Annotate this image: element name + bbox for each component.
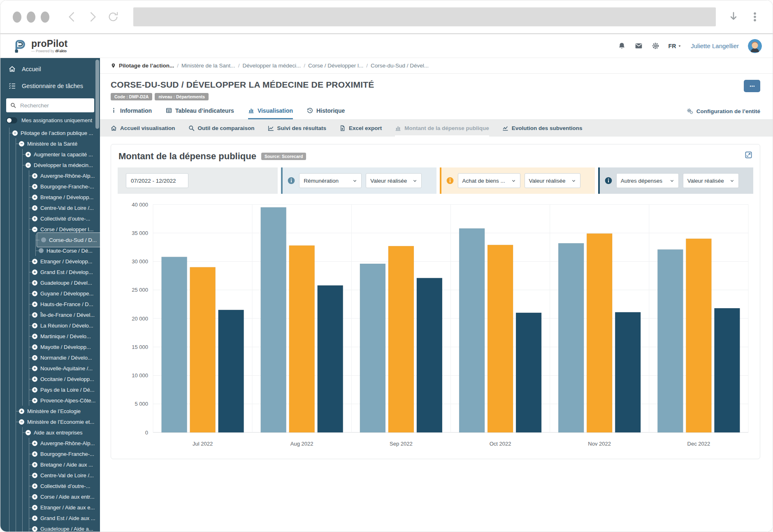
tree-item[interactable]: +Provence-Alpes-Côte... — [30, 397, 99, 404]
expand-icon[interactable]: + — [32, 344, 37, 350]
envelope-icon[interactable] — [635, 42, 643, 50]
tree-row[interactable]: +Provence-Alpes-Côte... — [0, 395, 100, 406]
value-type-select[interactable]: Valeur réalisée — [366, 173, 422, 188]
collapse-icon[interactable]: − — [26, 430, 31, 435]
tree-item[interactable]: +Etranger / Aide aux e... — [30, 504, 98, 511]
breadcrumb-item[interactable]: Ministère de la Sant... — [181, 63, 235, 69]
tree-item[interactable]: +Pays de la Loire / Dé... — [30, 386, 98, 394]
tree-item[interactable]: −Ministère de l’Economie et... — [17, 418, 98, 426]
tree-item[interactable]: Haute-Corse / Dé... — [37, 247, 96, 255]
leaf-dot-icon[interactable] — [41, 237, 46, 242]
tab-visualisation[interactable]: Visualisation — [248, 103, 293, 119]
tree-row[interactable]: +Centre-Val de Loire /... — [0, 202, 100, 213]
expand-icon[interactable]: + — [26, 152, 31, 157]
tree-item[interactable]: +Collectivité d’outre-... — [30, 215, 94, 223]
expand-icon[interactable]: + — [32, 398, 37, 403]
value-type-select[interactable]: Valeur réalisée — [525, 173, 580, 188]
collapse-icon[interactable]: − — [32, 227, 37, 232]
tree-item[interactable]: +Grand Est / Dévelop... — [30, 268, 97, 276]
tree-row[interactable]: −Ministère de la Santé — [0, 138, 100, 149]
tree-item[interactable]: +Bourgogne-Franche-... — [30, 183, 98, 190]
address-bar[interactable] — [133, 7, 716, 26]
expand-icon[interactable]: + — [32, 494, 37, 499]
expand-icon[interactable]: + — [32, 366, 37, 371]
expand-icon[interactable]: + — [32, 184, 37, 189]
series-select[interactable]: Rémunération — [299, 173, 362, 188]
tab-tableau-d-indicateurs[interactable]: Tableau d’indicateurs — [166, 103, 234, 119]
expand-icon[interactable]: + — [32, 216, 37, 221]
breadcrumb-item[interactable]: Corse-du-Sud / Dével... — [371, 63, 429, 69]
gear-icon[interactable] — [652, 42, 659, 50]
tree-row[interactable]: +Martinique / Dévelo... — [0, 331, 100, 342]
tree-row[interactable]: +Collectivité d’outre-... — [0, 481, 100, 491]
tree-item[interactable]: −Aide aux entreprises — [23, 429, 86, 437]
tree-row[interactable]: +Auvergne-Rhône-Alp... — [0, 438, 100, 448]
expand-icon[interactable] — [745, 151, 752, 159]
tree-row[interactable]: +Hauts-de-France / D... — [0, 299, 100, 309]
expand-icon[interactable]: + — [32, 483, 37, 489]
tree-row[interactable]: +Guyane / Développe... — [0, 288, 100, 299]
expand-icon[interactable]: + — [32, 195, 37, 200]
toggle-switch[interactable] — [6, 117, 17, 123]
leaf-dot-icon[interactable] — [39, 248, 44, 253]
tree-item[interactable]: +Nouvelle-Aquitaine /... — [30, 365, 96, 372]
tree-item[interactable]: +Centre-Val de Loire /... — [30, 472, 97, 479]
tree-row[interactable]: +Grand Est / Aide aux ... — [0, 513, 100, 523]
breadcrumb-item[interactable]: Pilotage de l’action... — [119, 63, 174, 69]
forward-icon[interactable] — [86, 11, 99, 23]
tree-item[interactable]: +Etranger / Développ... — [30, 258, 96, 265]
tree-item[interactable]: +Guadeloupe / Aide a... — [30, 525, 97, 532]
tree-row[interactable]: +Guadeloupe / Dével... — [0, 277, 100, 288]
expand-icon[interactable]: + — [32, 291, 37, 296]
search-input[interactable] — [19, 102, 94, 109]
browser-menu-icon[interactable] — [750, 12, 760, 22]
expand-icon[interactable]: + — [32, 505, 37, 510]
expand-icon[interactable]: + — [32, 516, 37, 521]
tree-row[interactable]: +Normandie / Dévelo... — [0, 352, 100, 363]
expand-icon[interactable]: + — [32, 334, 37, 339]
subnav-item[interactable]: Suivi des résultats — [268, 120, 326, 137]
tree-item[interactable]: −Ministère de la Santé — [17, 140, 81, 148]
sidebar-scrollbar[interactable] — [95, 60, 99, 129]
tree-row[interactable]: +Mayotte / Développ... — [0, 342, 100, 352]
bell-icon[interactable] — [618, 42, 626, 50]
expand-icon[interactable]: + — [32, 441, 37, 446]
tree-item[interactable]: +Bourgogne-Franche-... — [30, 450, 98, 458]
window-controls[interactable] — [13, 12, 49, 23]
tree-row[interactable]: +Grand Est / Dévelop... — [0, 267, 100, 277]
tree-row[interactable]: +Bretagne / Aide aux ... — [0, 459, 100, 470]
tree-item[interactable]: +Grand Est / Aide aux ... — [30, 514, 99, 522]
tree-row[interactable]: +Corse / Aide aux entr... — [0, 491, 100, 502]
expand-icon[interactable]: + — [32, 526, 37, 532]
expand-icon[interactable]: + — [19, 409, 24, 414]
value-type-select[interactable]: Valeur réalisée — [683, 173, 739, 188]
refresh-icon[interactable] — [107, 11, 119, 23]
more-actions-button[interactable] — [744, 80, 760, 92]
breadcrumb-item[interactable]: Corse / Développer l... — [308, 63, 363, 69]
tree-row[interactable]: +Etranger / Développ... — [0, 256, 100, 267]
tree-item[interactable]: +Guadeloupe / Dével... — [30, 279, 96, 287]
tree-row[interactable]: +Collectivité d’outre-... — [0, 213, 100, 224]
tree-row[interactable]: +Augmenter la capacité ... — [0, 149, 100, 160]
tree-item[interactable]: +La Réunion / Dévelo... — [30, 322, 97, 330]
collapse-icon[interactable]: − — [12, 130, 18, 136]
sidebar-item-gestionnaire[interactable]: Gestionnaire de tâches — [0, 77, 100, 94]
tree-row[interactable]: −Développer la médecin... — [0, 160, 100, 170]
expand-icon[interactable]: + — [32, 376, 37, 382]
tree-item[interactable]: +Corse / Aide aux entr... — [30, 493, 98, 501]
expand-icon[interactable]: + — [32, 323, 37, 328]
tab-information[interactable]: Information — [111, 103, 152, 119]
series-select[interactable]: Autres dépenses — [616, 173, 679, 188]
tree-item[interactable]: +Bretagne / Aide aux ... — [30, 461, 97, 469]
tree-item[interactable]: −Pilotage de l’action publique ... — [10, 129, 97, 137]
date-range-input[interactable] — [126, 173, 188, 188]
expand-icon[interactable]: + — [32, 205, 37, 211]
tree-row[interactable]: +Occitanie / Développ... — [0, 374, 100, 384]
tree-item[interactable]: −Développer la médecin... — [23, 161, 97, 169]
tree-item[interactable]: +Ministère de l’Ecologie — [17, 407, 84, 415]
tree-row[interactable]: −Aide aux entreprises — [0, 427, 100, 438]
expand-icon[interactable]: + — [32, 451, 37, 457]
tree-item[interactable]: +Bretagne / Développ... — [30, 193, 97, 201]
language-selector[interactable]: FR — [669, 43, 682, 49]
expand-icon[interactable]: + — [32, 312, 37, 318]
